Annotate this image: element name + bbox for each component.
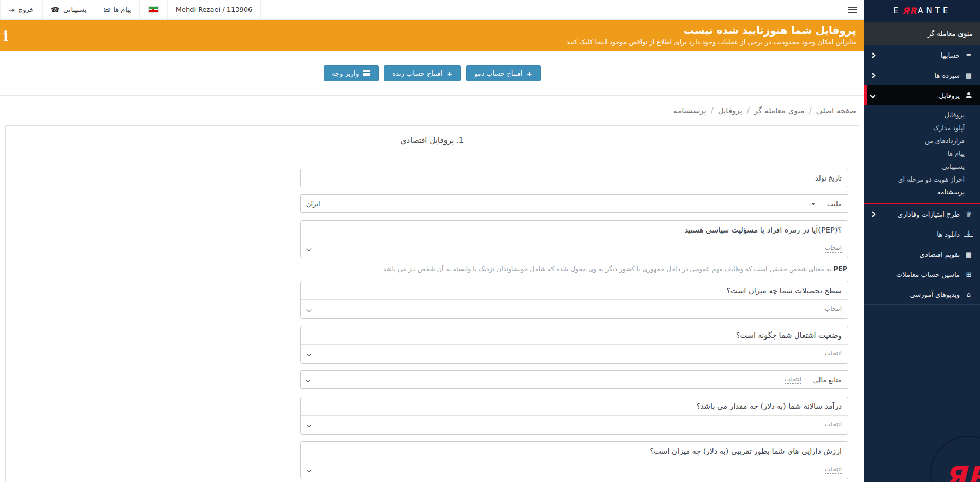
banner-click-here-link[interactable]: برای اطلاع از نواقص موجود اینجا کلیک کنی… xyxy=(566,38,687,46)
breadcrumb-trader-menu[interactable]: منوی معامله گر xyxy=(754,106,805,115)
birth-date-label: تاریخ تولد xyxy=(809,169,848,187)
sidebar-item-economic-calendar[interactable]: ▦ تقویم اقتصادی xyxy=(864,244,980,264)
birth-date-input[interactable] xyxy=(301,169,809,187)
questionnaire-form: تاریخ تولد ملیت ایران xyxy=(300,169,848,482)
download-icon: ↓ xyxy=(964,231,973,237)
iran-flag-icon xyxy=(148,6,159,13)
errante-watermark-logo: ЯR xyxy=(944,460,980,482)
sidebar-item-deposits[interactable]: ▤ سپرده ها xyxy=(864,65,980,85)
sidebar-item-label: ویدیوهای آموزشی xyxy=(871,291,960,298)
errante-logo: EЯRANTE xyxy=(864,0,980,22)
select-placeholder[interactable]: انتخاب xyxy=(825,244,842,253)
submenu-item-profile[interactable]: پروفایل xyxy=(864,109,980,121)
nationality-label: ملیت xyxy=(821,194,848,213)
pep-question-label: ؟(PEP)آیا در زمره افراد با مسؤلیت سیاسی … xyxy=(301,221,848,239)
select-placeholder[interactable]: انتخاب xyxy=(825,350,842,358)
income-question-label: درآمد سالانه شما (به دلار) چه مقدار می ب… xyxy=(301,397,848,416)
messages-label: پیام ها xyxy=(113,6,131,13)
breadcrumb-home[interactable]: صفحه اصلی xyxy=(816,106,856,115)
sidebar-menu-header: منوی معامله گر xyxy=(864,22,980,45)
assets-question-box: ارزش دارایی های شما بطور تقریبی (به دلار… xyxy=(300,441,848,479)
sidebar-item-label: پروفایل xyxy=(875,92,960,99)
sidebar-item-tutorial-videos[interactable]: ⌂ ویدیوهای آموزشی xyxy=(864,284,980,305)
income-select[interactable]: انتخاب xyxy=(301,416,848,434)
caret-down-icon xyxy=(811,203,815,205)
banner-title: پروفایل شما هنوزتایید شده نیست xyxy=(8,24,856,37)
breadcrumb-separator: / xyxy=(711,106,714,115)
education-question-label: سطح تحصیلات شما چه میزان است؟ xyxy=(301,281,848,300)
pep-help-lead: PEP xyxy=(833,265,847,273)
pep-select[interactable]: انتخاب xyxy=(301,239,848,258)
info-icon: i xyxy=(3,29,8,43)
headset-icon: ☎ xyxy=(51,6,60,14)
chevron-down-icon xyxy=(307,422,312,427)
submenu-item-support[interactable]: پشتیبانی xyxy=(864,160,980,173)
submenu-item-questionnaire[interactable]: پرسشنامه xyxy=(864,186,980,199)
employment-select[interactable]: انتخاب xyxy=(301,345,848,363)
breadcrumb-questionnaire: پرسشنامه xyxy=(673,106,706,115)
nationality-select[interactable]: ایران xyxy=(300,194,821,213)
breadcrumb-profile[interactable]: پروفایل xyxy=(718,106,742,115)
list-icon: ≡ xyxy=(964,51,973,59)
button-label: افتتاح حساب دمو xyxy=(474,69,523,77)
chevron-down-icon xyxy=(307,307,312,312)
sidebar-item-label: حسابها xyxy=(875,51,960,59)
deposit-funds-button[interactable]: واریز وجه xyxy=(324,65,379,81)
submenu-item-messages[interactable]: پیام ها xyxy=(864,147,980,160)
submenu-item-my-contracts[interactable]: قراردادهای من xyxy=(864,134,980,147)
plus-icon: + xyxy=(526,69,532,78)
support-label: پشتیبانی xyxy=(63,6,86,13)
funds-source-group: منابع مالی انتخاب xyxy=(300,370,848,389)
open-demo-account-button[interactable]: + افتتاح حساب دمو xyxy=(466,65,541,81)
breadcrumb-row: صفحه اصلی / منوی معامله گر / پروفایل / پ… xyxy=(0,96,864,125)
sidebar-item-trade-calculator[interactable]: ⊞ ماشین حساب معاملات xyxy=(864,264,980,284)
sidebar-item-downloads[interactable]: ↓ دانلود ها xyxy=(864,224,980,244)
sidebar-item-label: طرح امتیازات وفاداری xyxy=(875,210,960,218)
logo-text: E xyxy=(894,6,901,15)
sidebar-item-accounts[interactable]: ≡ حسابها xyxy=(864,45,980,65)
logout-icon: ⇥ xyxy=(9,6,15,14)
income-question-box: درآمد سالانه شما (به دلار) چه مقدار می ب… xyxy=(300,397,848,435)
pep-help-body: به معنای شخص حقیقی است که وظایف مهم عموم… xyxy=(383,265,833,273)
hamburger-menu-icon[interactable] xyxy=(841,0,864,19)
select-placeholder[interactable]: انتخاب xyxy=(785,376,801,384)
user-icon xyxy=(964,92,973,98)
profile-submenu: پروفایل آپلود مدارک قراردادهای من پیام ه… xyxy=(864,105,980,204)
button-label: افتتاح حساب زنده xyxy=(392,69,442,77)
questionnaire-card: 1. پروفایل اقتصادی تاریخ تولد ملیت xyxy=(5,125,859,482)
support-button[interactable]: پشتیبانی ☎ xyxy=(42,0,95,19)
sidebar-item-label: سپرده ها xyxy=(875,72,960,79)
birth-date-group: تاریخ تولد xyxy=(300,169,848,187)
user-menu[interactable]: Mehdi Rezaei / 113906 xyxy=(167,0,261,19)
funds-source-select[interactable]: انتخاب xyxy=(300,370,807,389)
assets-select[interactable]: انتخاب xyxy=(301,460,848,479)
topbar: Mehdi Rezaei / 113906 پیام ها ✉ پشتیبانی… xyxy=(0,0,864,20)
open-live-account-button[interactable]: + افتتاح حساب زنده xyxy=(384,65,460,81)
topbar-nav: Mehdi Rezaei / 113906 پیام ها ✉ پشتیبانی… xyxy=(0,0,261,19)
plus-icon: + xyxy=(447,69,453,78)
select-placeholder[interactable]: انتخاب xyxy=(825,466,842,474)
breadcrumb-separator: / xyxy=(809,106,812,115)
logout-label: خروج xyxy=(19,6,34,13)
submenu-item-two-factor-auth[interactable]: احراز هویت دو مرحله ای xyxy=(864,173,980,186)
account-actions-bar: + افتتاح حساب دمو + افتتاح حساب زنده وار… xyxy=(0,51,864,96)
calendar-icon: ▦ xyxy=(964,251,973,258)
profile-warning-banner: پروفایل شما هنوزتایید شده نیست بنابراین … xyxy=(0,20,864,51)
select-placeholder[interactable]: انتخاب xyxy=(825,305,842,313)
chevron-down-icon xyxy=(307,467,312,472)
user-name: Mehdi Rezaei / 113906 xyxy=(176,6,253,13)
employment-question-box: وضعیت اشتغال شما چگونه است؟ انتخاب xyxy=(300,326,848,364)
education-question-box: سطح تحصیلات شما چه میزان است؟ انتخاب xyxy=(300,281,848,319)
pep-question-box: ؟(PEP)آیا در زمره افراد با مسؤلیت سیاسی … xyxy=(300,220,848,258)
language-flag-button[interactable] xyxy=(139,0,167,19)
submenu-item-upload-documents[interactable]: آپلود مدارک xyxy=(864,121,980,134)
logout-button[interactable]: خروج ⇥ xyxy=(0,0,42,19)
assets-question-label: ارزش دارایی های شما بطور تقریبی (به دلار… xyxy=(301,442,848,460)
sidebar-item-profile[interactable]: پروفایل xyxy=(864,85,980,105)
sidebar-item-loyalty[interactable]: ♛ طرح امتیازات وفاداری xyxy=(864,204,980,224)
messages-button[interactable]: پیام ها ✉ xyxy=(95,0,139,19)
select-placeholder[interactable]: انتخاب xyxy=(825,421,842,429)
nationality-value: ایران xyxy=(306,200,320,208)
education-select[interactable]: انتخاب xyxy=(301,300,848,318)
breadcrumb: صفحه اصلی / منوی معامله گر / پروفایل / پ… xyxy=(673,106,856,115)
